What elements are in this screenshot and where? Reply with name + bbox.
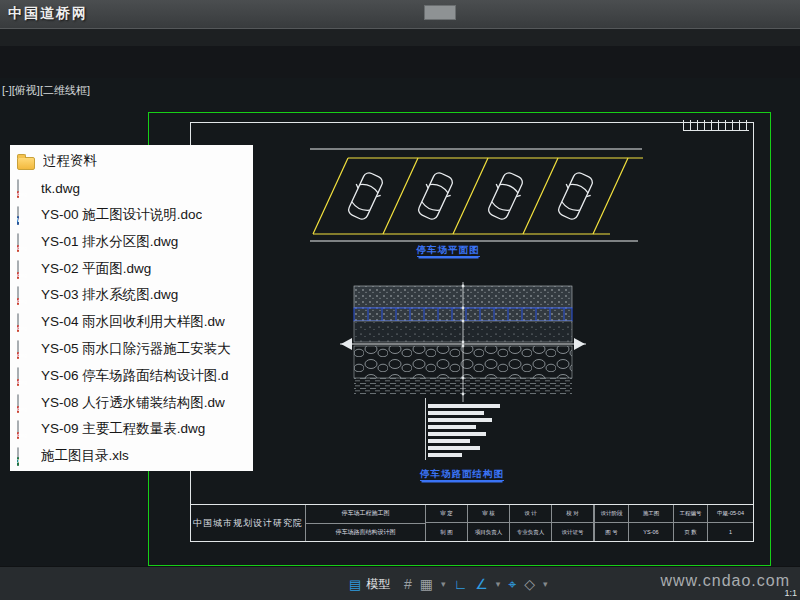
osnap-caret-icon[interactable]: ▾ xyxy=(543,579,548,589)
file-name: YS-00 施工图设计说明.doc xyxy=(41,206,202,224)
list-item[interactable]: dwg YS-09 主要工程数量表.dwg xyxy=(17,416,253,443)
file-name: YS-01 排水分区图.dwg xyxy=(41,233,178,251)
list-item[interactable]: dwg YS-08 人行透水铺装结构图.dw xyxy=(17,389,253,416)
file-list-panel[interactable]: 过程资料 dwg tk.dwg W YS-00 施工图设计说明.doc dwg … xyxy=(10,145,253,471)
title-block-info: 设计阶段 施工图 工程编号 中规-05-04 图 号 YS-06 页 数 1 xyxy=(595,505,753,541)
file-name: YS-04 雨水回收利用大样图.dw xyxy=(41,313,225,331)
title-bar: 中国道桥网 xyxy=(0,0,800,28)
sign-field: 校 对 xyxy=(552,505,594,523)
model-space-button[interactable]: ▤ 模型 xyxy=(344,573,395,595)
list-item[interactable]: W YS-00 施工图设计说明.doc xyxy=(17,202,253,229)
watermark-bottom: www.cndao.com xyxy=(661,572,791,590)
list-item[interactable]: 过程资料 xyxy=(17,148,253,175)
polar-tracking-icon[interactable]: ∠ xyxy=(475,576,488,592)
dwg-file-icon: dwg xyxy=(17,368,33,384)
info-value: 1 xyxy=(708,523,753,541)
file-name: YS-06 停车场路面结构设计图.d xyxy=(41,367,229,385)
ortho-icon[interactable]: ∟ xyxy=(454,576,468,592)
info-label: 设计阶段 xyxy=(595,505,629,523)
sign-field: 专业负责人 xyxy=(510,523,552,541)
list-item[interactable]: dwg YS-04 雨水回收利用大样图.dw xyxy=(17,309,253,336)
pavement-section-drawing[interactable] xyxy=(340,282,586,404)
info-value: YS-06 xyxy=(629,523,674,541)
file-name: 过程资料 xyxy=(43,152,97,170)
ribbon-strip xyxy=(0,28,800,47)
legend-leader-line xyxy=(425,398,426,460)
info-label: 页 数 xyxy=(674,523,708,541)
parking-plan-drawing[interactable] xyxy=(308,146,644,244)
file-name: tk.dwg xyxy=(41,181,80,196)
file-name: YS-03 排水系统图.dwg xyxy=(41,286,178,304)
list-item[interactable]: dwg tk.dwg xyxy=(17,175,253,202)
snap-caret-icon[interactable]: ▾ xyxy=(441,579,446,589)
folder-icon xyxy=(17,157,35,170)
file-name: YS-09 主要工程数量表.dwg xyxy=(41,420,205,438)
section-label: 停车场路面结构图 xyxy=(396,468,528,481)
dynamic-ucs-icon[interactable]: ◇ xyxy=(524,576,535,592)
polar-caret-icon[interactable]: ▾ xyxy=(496,579,501,589)
dwg-file-icon: dwg xyxy=(17,395,33,411)
info-value: 中规-05-04 xyxy=(708,505,753,523)
sheet-scale-ticks xyxy=(683,120,749,131)
list-item[interactable]: dwg YS-03 排水系统图.dwg xyxy=(17,282,253,309)
info-label: 图 号 xyxy=(595,523,629,541)
dwg-file-icon: dwg xyxy=(17,314,33,330)
dwg-file-icon: dwg xyxy=(17,261,33,277)
layer-legend-text xyxy=(428,404,518,460)
info-value: 施工图 xyxy=(629,505,674,523)
scale-indicator: 1:1 xyxy=(784,588,797,598)
file-tab-bar: 停车场路面结构设计图* × + xyxy=(0,46,800,78)
sign-field: 项目负责人 xyxy=(468,523,510,541)
file-name: YS-08 人行透水铺装结构图.dw xyxy=(41,394,225,412)
sign-field: 设 计 xyxy=(510,505,552,523)
title-block-company: 中国城市规划设计研究院 xyxy=(191,505,306,541)
list-item[interactable]: dwg YS-05 雨水口除污器施工安装大 xyxy=(17,336,253,363)
dwg-file-icon: dwg xyxy=(17,180,33,196)
drawing-title: 停车场路面结构设计图 xyxy=(306,524,425,542)
sign-field: 设计证号 xyxy=(552,523,594,541)
status-toggles: # ▦ ▾ ∟ ∠ ▾ ⌖ ◇ ▾ xyxy=(404,572,548,596)
xls-file-icon: X xyxy=(17,448,33,464)
plan-label: 停车场平面图 xyxy=(398,244,498,257)
watermark-top: 中国道桥网 xyxy=(8,5,88,23)
sign-field: 审 核 xyxy=(468,505,510,523)
project-name: 停车场工程施工图 xyxy=(306,505,425,524)
file-name: YS-05 雨水口除污器施工安装大 xyxy=(41,340,231,358)
sign-field: 制 图 xyxy=(426,523,468,541)
model-icon: ▤ xyxy=(349,577,361,592)
list-item[interactable]: dwg YS-02 平面图.dwg xyxy=(17,255,253,282)
title-block-project: 停车场工程施工图 停车场路面结构设计图 xyxy=(306,505,426,541)
grid-icon[interactable]: # xyxy=(404,576,412,592)
model-label: 模型 xyxy=(366,576,390,593)
dwg-file-icon: dwg xyxy=(17,341,33,357)
list-item[interactable]: dwg YS-01 排水分区图.dwg xyxy=(17,228,253,255)
file-name: YS-02 平面图.dwg xyxy=(41,260,151,278)
window-fragment xyxy=(424,5,456,20)
title-block-signatures: 审 定 审 核 设 计 校 对 制 图 项目负责人 专业负责人 设计证号 xyxy=(426,505,595,541)
title-block[interactable]: 中国城市规划设计研究院 停车场工程施工图 停车场路面结构设计图 审 定 审 核 … xyxy=(191,504,753,541)
snap-mode-icon[interactable]: ▦ xyxy=(420,576,433,592)
doc-file-icon: W xyxy=(17,207,33,223)
osnap-icon[interactable]: ⌖ xyxy=(508,576,516,593)
list-item[interactable]: dwg YS-06 停车场路面结构设计图.d xyxy=(17,362,253,389)
dwg-file-icon: dwg xyxy=(17,234,33,250)
sign-field: 审 定 xyxy=(426,505,468,523)
dwg-file-icon: dwg xyxy=(17,421,33,437)
info-label: 工程编号 xyxy=(674,505,708,523)
viewport-controls[interactable]: [-][俯视][二维线框] xyxy=(2,83,90,98)
dwg-file-icon: dwg xyxy=(17,287,33,303)
list-item[interactable]: X 施工图目录.xls xyxy=(17,443,253,470)
file-name: 施工图目录.xls xyxy=(41,447,129,465)
